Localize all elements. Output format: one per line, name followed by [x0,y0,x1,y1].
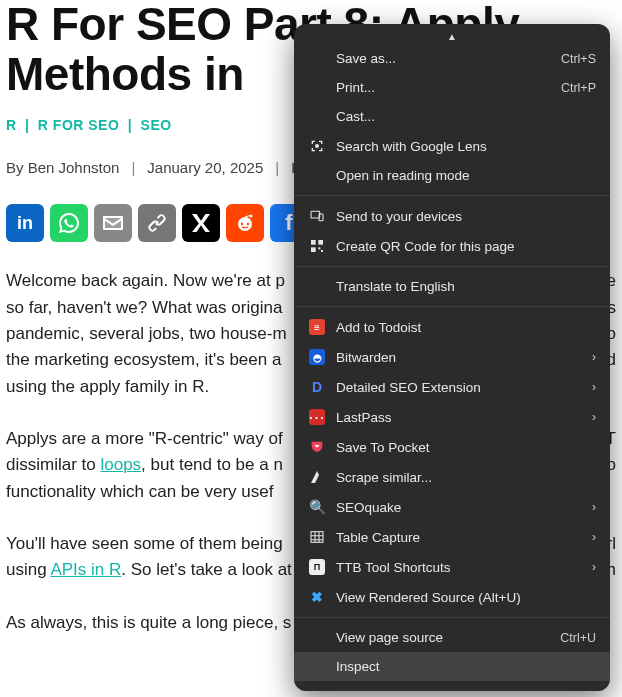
svg-rect-8 [318,240,323,245]
menu-shortcut: Ctrl+P [561,81,596,95]
menu-label: SEOquake [336,500,586,515]
menu-view-source[interactable]: View page source Ctrl+U [294,623,610,652]
svg-point-1 [241,223,243,225]
breadcrumb-sep: | [128,117,132,133]
linkedin-icon: in [17,213,33,234]
ttb-icon: Π [306,559,328,575]
menu-translate[interactable]: Translate to English [294,272,610,301]
menu-separator [294,266,610,267]
devices-icon [306,208,328,224]
share-email[interactable] [94,204,132,242]
whatsapp-icon [57,211,81,235]
lens-icon [306,138,328,154]
menu-label: Bitwarden [336,350,586,365]
date-label: January 20, 2025 [147,159,263,176]
menu-label: Save as... [336,51,561,66]
meta-sep: | [275,159,279,176]
body-span: so far, haven't we? What was origina [6,298,282,317]
menu-label: Add to Todoist [336,320,596,335]
bitwarden-icon: ◓ [306,349,328,365]
body-span: using the apply family in R. [6,377,209,396]
menu-detailed-seo[interactable]: D Detailed SEO Extension › [294,372,610,402]
link-loops[interactable]: loops [100,455,141,474]
detailed-icon: D [306,379,328,395]
menu-shortcut: Ctrl+U [560,631,596,645]
menu-bitwarden[interactable]: ◓ Bitwarden › [294,342,610,372]
share-reddit[interactable] [226,204,264,242]
menu-label: Scrape similar... [336,470,596,485]
svg-rect-12 [311,532,323,543]
lastpass-icon: ••• [306,409,328,425]
svg-point-0 [238,217,252,231]
body-span: As always, this is quite a long piece, s [6,613,291,632]
body-span: Applys are a more "R-centric" way of [6,429,283,448]
chevron-right-icon: › [592,530,596,544]
menu-lastpass[interactable]: ••• LastPass › [294,402,610,432]
menu-separator [294,195,610,196]
menu-save-as[interactable]: Save as... Ctrl+S [294,44,610,73]
menu-reading-mode[interactable]: Open in reading mode [294,161,610,190]
breadcrumb-r-for-seo[interactable]: R FOR SEO [38,117,120,133]
menu-view-rendered-source[interactable]: ✖ View Rendered Source (Alt+U) [294,582,610,612]
facebook-icon: f [285,210,292,236]
context-menu: ▲ Save as... Ctrl+S Print... Ctrl+P Cast… [294,24,610,691]
menu-separator [294,617,610,618]
body-span: using [6,560,50,579]
vrs-icon: ✖ [306,589,328,605]
body-span: , but tend to be a n [141,455,283,474]
menu-cast[interactable]: Cast... [294,102,610,131]
breadcrumb-sep: | [25,117,29,133]
menu-label: Table Capture [336,530,586,545]
menu-inspect[interactable]: Inspect [294,652,610,681]
svg-rect-11 [321,250,323,252]
menu-shortcut: Ctrl+S [561,52,596,66]
meta-sep: | [131,159,135,176]
body-span: . So let's take a look at [121,560,292,579]
menu-seoquake[interactable]: 🔍 SEOquake › [294,492,610,522]
menu-table-capture[interactable]: Table Capture › [294,522,610,552]
chevron-right-icon: › [592,410,596,424]
breadcrumb-seo[interactable]: SEO [141,117,172,133]
breadcrumb-r[interactable]: R [6,117,17,133]
scrape-icon [306,469,328,485]
menu-label: Cast... [336,109,596,124]
body-span: functionality which can be very usef [6,482,273,501]
menu-label: Print... [336,80,561,95]
link-icon [145,211,169,235]
menu-print[interactable]: Print... Ctrl+P [294,73,610,102]
chevron-right-icon: › [592,560,596,574]
body-span: You'll have seen some of them being [6,534,283,553]
reddit-icon [233,211,257,235]
menu-qr-code[interactable]: Create QR Code for this page [294,231,610,261]
svg-rect-7 [311,240,316,245]
link-apis-in-r[interactable]: APIs in R [50,560,121,579]
menu-label: Save To Pocket [336,440,596,455]
menu-ttb-shortcuts[interactable]: Π TTB Tool Shortcuts › [294,552,610,582]
share-linkedin[interactable]: in [6,204,44,242]
menu-label: Detailed SEO Extension [336,380,586,395]
pocket-icon [306,439,328,455]
menu-send-devices[interactable]: Send to your devices [294,201,610,231]
menu-todoist[interactable]: ≡ Add to Todoist [294,312,610,342]
menu-scrape-similar[interactable]: Scrape similar... [294,462,610,492]
chevron-right-icon: › [592,350,596,364]
share-whatsapp[interactable] [50,204,88,242]
menu-separator [294,306,610,307]
body-span: the marketing ecosystem, it's been a [6,350,281,369]
share-copylink[interactable] [138,204,176,242]
menu-label: Inspect [336,659,596,674]
menu-label: LastPass [336,410,586,425]
menu-label: View Rendered Source (Alt+U) [336,590,596,605]
menu-label: Create QR Code for this page [336,239,596,254]
share-x[interactable] [182,204,220,242]
menu-pocket[interactable]: Save To Pocket [294,432,610,462]
body-span: Welcome back again. Now we're at p [6,271,285,290]
todoist-icon: ≡ [306,319,328,335]
menu-google-lens[interactable]: Search with Google Lens [294,131,610,161]
x-icon [189,211,213,235]
svg-rect-10 [318,247,320,249]
qr-icon [306,238,328,254]
scroll-up-arrow-icon[interactable]: ▲ [294,30,610,44]
seoquake-icon: 🔍 [306,499,328,515]
body-span: pandemic, several jobs, two house-m [6,324,287,343]
